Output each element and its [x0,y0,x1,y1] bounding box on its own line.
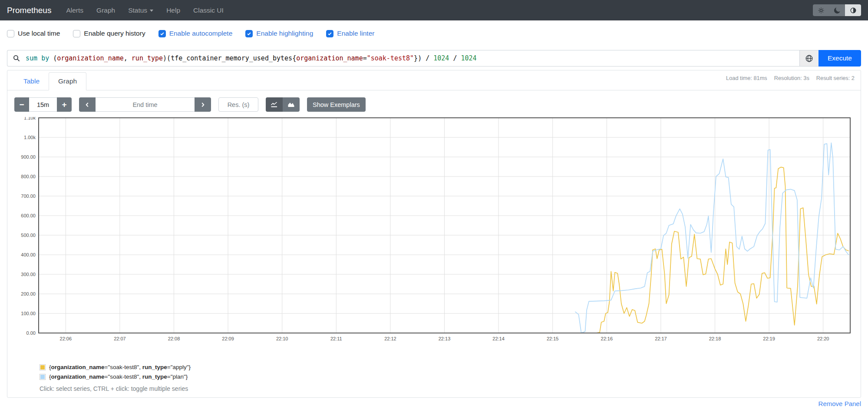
x-tick-label: 22:20 [817,336,829,341]
y-tick-label: 200.00 [21,291,36,296]
option-enable-highlighting[interactable]: Enable highlighting [245,30,313,37]
line-chart-button[interactable] [266,97,283,112]
y-tick-label: 300.00 [21,272,36,277]
promql-token-plain [37,54,41,62]
y-tick-label: 700.00 [21,193,36,199]
option-label: Enable query history [84,30,145,37]
nav-item-help[interactable]: Help [166,7,180,14]
graph-toolbar: − + [14,97,854,112]
option-enable-query-history[interactable]: Enable query history [73,30,145,37]
remove-panel-link[interactable]: Remove Panel [818,400,861,407]
series-line-plan[interactable] [575,143,848,333]
dark-theme-button[interactable] [829,4,845,16]
tab-table[interactable]: Table [14,73,49,90]
nav-item-status[interactable]: Status [128,7,153,14]
promql-token-keyword: sum [26,54,37,62]
option-label: Enable linter [337,30,374,37]
promql-token-plain: / [449,54,461,62]
x-tick-label: 22:18 [709,336,721,341]
increase-range-button[interactable]: + [57,97,72,112]
nav-item-classic-ui[interactable]: Classic UI [193,7,224,14]
metrics-explorer-button[interactable] [799,50,818,67]
promql-token-label: run_type [132,54,163,62]
tabs: Table Graph [14,70,86,90]
x-tick-label: 22:11 [330,336,342,341]
promql-token-plain: } [414,54,418,62]
promql-token-number: 1024 [461,54,476,62]
resolution-input[interactable] [218,97,258,112]
checkmark-icon [327,31,332,36]
chart-area: 0.00100.00200.00300.00400.00500.00600.00… [14,117,854,342]
x-tick-label: 22:14 [492,336,505,341]
series-color-swatch [40,374,46,380]
chart-type-toggle [266,97,300,112]
legend-hint: Click: select series, CTRL + click: togg… [40,385,854,392]
time-back-button[interactable] [79,97,96,112]
x-tick-label: 22:16 [601,336,613,341]
series-line-apply[interactable] [596,167,848,333]
nav-items: Alerts Graph Status Help Classic UI [66,7,813,14]
nav-item-alerts[interactable]: Alerts [66,7,83,14]
brand-prometheus[interactable]: Prometheus [7,6,51,15]
stacked-chart-button[interactable] [283,97,300,112]
show-exemplars-button[interactable]: Show Exemplars [307,97,366,112]
legend-label: {organization_name="soak-test8", run_typ… [49,364,191,370]
light-theme-button[interactable] [813,4,829,16]
auto-theme-button[interactable] [845,4,861,16]
x-tick-label: 22:19 [763,336,775,341]
moon-icon [834,7,840,13]
x-tick-label: 22:17 [655,336,667,341]
y-tick-label: 900.00 [21,154,36,160]
x-tick-label: 22:15 [547,336,559,341]
chevron-left-icon [84,102,90,108]
checked-checkbox[interactable] [245,30,253,37]
y-tick-label: 0.00 [26,330,36,336]
checkmark-icon [247,31,251,36]
promql-token-plain: { [292,54,296,62]
query-stats: Load time: 81ms Resolution: 3s Result se… [726,70,855,90]
tab-graph[interactable]: Graph [49,72,86,90]
end-time-input[interactable] [96,97,195,112]
chart-legend: {organization_name="soak-test8", run_typ… [40,364,854,380]
promql-token-plain: ) / [418,54,433,62]
nav-item-graph[interactable]: Graph [96,7,115,14]
y-tick-label: 600.00 [21,213,36,218]
x-tick-label: 22:09 [222,336,234,341]
option-use-local-time[interactable]: Use local time [7,30,60,37]
navbar: Prometheus Alerts Graph Status Help Clas… [0,0,868,20]
execute-button[interactable]: Execute [818,50,861,67]
chevron-right-icon [200,102,206,108]
expression-input[interactable]: sum by (organization_name, run_type)(tfe… [26,50,799,66]
promql-token-string: "soak-test8" [367,54,414,62]
time-series-chart[interactable]: 0.00100.00200.00300.00400.00500.00600.00… [14,117,854,342]
promql-token-plain: ( [49,54,57,62]
unchecked-checkbox[interactable] [73,30,80,37]
promql-token-label: organization_name [57,54,124,62]
checked-checkbox[interactable] [158,30,166,37]
globe-icon [805,55,813,62]
load-time: Load time: 81ms [726,75,767,90]
area-chart-icon [287,101,295,108]
legend-item-apply[interactable]: {organization_name="soak-test8", run_typ… [40,364,854,370]
option-enable-autocomplete[interactable]: Enable autocomplete [158,30,233,37]
x-tick-label: 22:07 [114,336,126,341]
caret-down-icon [150,10,153,12]
panel-footer: Remove Panel [7,400,861,408]
half-circle-icon [850,7,856,13]
range-input[interactable] [29,97,57,112]
unchecked-checkbox[interactable] [7,30,14,37]
y-tick-label: 1.00k [24,135,36,140]
promql-token-plain: )( [163,54,171,62]
legend-item-plan[interactable]: {organization_name="soak-test8", run_typ… [40,373,854,380]
option-enable-linter[interactable]: Enable linter [326,30,374,37]
theme-toggle [813,4,861,16]
promql-token-plain: = [363,54,367,62]
graph-tab-content: − + [7,90,861,397]
option-label: Use local time [18,30,60,37]
checked-checkbox[interactable] [326,30,333,37]
decrease-range-button[interactable]: − [14,97,29,112]
resolution: Resolution: 3s [774,75,809,90]
y-tick-label: 800.00 [21,174,36,179]
legend-label: {organization_name="soak-test8", run_typ… [49,373,188,380]
time-forward-button[interactable] [195,97,211,112]
